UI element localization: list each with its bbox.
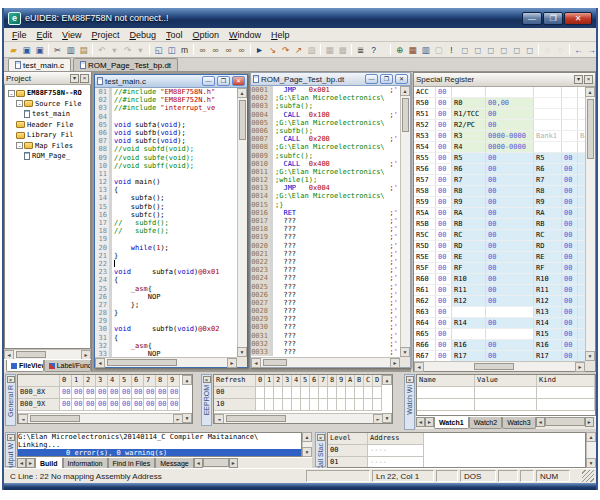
save-all-icon[interactable]: ▣: [34, 43, 46, 56]
document-tab-1[interactable]: test_main.c: [8, 58, 71, 71]
tree-item-test-main[interactable]: test_main: [5, 109, 90, 120]
close-icon[interactable]: ×: [203, 376, 211, 383]
menu-window[interactable]: Window: [224, 30, 266, 40]
forward-icon[interactable]: →: [586, 43, 598, 56]
close-icon[interactable]: ✕: [395, 74, 408, 84]
minimize-icon[interactable]: —: [365, 74, 378, 84]
project-hscrollbar[interactable]: ◄ ►: [4, 349, 91, 359]
call-stack-vscrollbar[interactable]: ▲ ▼: [586, 432, 596, 468]
resize-grip[interactable]: [582, 470, 594, 482]
hscroll-right-icon[interactable]: ►: [585, 417, 594, 427]
menu-tool[interactable]: Tool: [161, 30, 188, 40]
watch-tab-3[interactable]: Watch3: [502, 417, 535, 429]
minimize-button[interactable]: —: [522, 12, 542, 25]
pin-icon[interactable]: ▾: [574, 75, 583, 84]
close-button[interactable]: ✕: [564, 12, 592, 25]
pin-icon[interactable]: ▾: [70, 74, 79, 83]
find-icon[interactable]: ∞: [197, 43, 209, 56]
menu-help[interactable]: Help: [266, 30, 295, 40]
breakpoint-window-icon[interactable]: ◻: [459, 43, 471, 56]
output-window-icon[interactable]: ◫: [166, 43, 178, 56]
special-register-vscrollbar[interactable]: ▲ ▼: [585, 87, 595, 361]
editor-test-main-vscrollbar[interactable]: ▲ ▼: [237, 88, 247, 357]
minimize-icon[interactable]: —: [202, 76, 215, 86]
cut-icon[interactable]: ✂: [52, 43, 64, 56]
general-ram-hscrollbar[interactable]: ◄ ►: [18, 413, 183, 423]
step-over-icon[interactable]: ↷: [280, 43, 292, 56]
watch-tab-1[interactable]: Watch1: [434, 417, 469, 429]
open-file-icon[interactable]: ▰: [8, 43, 20, 56]
project-tab-1[interactable]: FileView: [6, 360, 44, 372]
restore-icon[interactable]: ❐: [217, 76, 230, 86]
watch-window-icon[interactable]: ◻: [472, 43, 484, 56]
memory-window-icon[interactable]: ◻: [498, 43, 510, 56]
output-log[interactable]: G:\Elan Microelectronics\20140114_C Comp…: [17, 432, 302, 457]
mixed-source-icon[interactable]: m: [179, 43, 191, 56]
menu-option[interactable]: Option: [187, 30, 224, 40]
editor-rom-vscrollbar[interactable]: ▲ ▼: [400, 86, 410, 357]
project-tab-2[interactable]: Label/Func...: [44, 360, 91, 372]
register-window-icon[interactable]: ◻: [485, 43, 497, 56]
menu-view[interactable]: View: [57, 30, 86, 40]
tab-scroll-right-icon[interactable]: ►: [425, 417, 434, 427]
code-area-test-main[interactable]: 01//#include "EM88F758N.h"02//#include "…: [95, 88, 237, 357]
close-icon[interactable]: ×: [7, 376, 15, 383]
scroll-up-icon[interactable]: ▲: [382, 375, 392, 385]
restore-icon[interactable]: ❐: [380, 74, 393, 84]
find-next-icon[interactable]: ∞: [210, 43, 222, 56]
tree-item-map-files[interactable]: -Map Files: [5, 141, 90, 152]
tree-item-rom-page-[interactable]: ROM_Page_: [5, 151, 90, 162]
close-icon[interactable]: ✕: [232, 76, 245, 86]
special-register-hscrollbar[interactable]: ◄ ►: [414, 361, 585, 371]
collapse-icon[interactable]: -: [16, 142, 23, 149]
flash-write-icon[interactable]: ▦: [407, 43, 419, 56]
important-icon[interactable]: !: [446, 43, 458, 56]
editor-rom-hscrollbar[interactable]: ◄ ►: [251, 357, 400, 367]
scroll-up-icon[interactable]: ▲: [182, 375, 192, 385]
editor-test-main-hscrollbar[interactable]: ◄ ►: [95, 357, 237, 367]
scroll-down-icon[interactable]: ▼: [382, 413, 392, 423]
paste-icon[interactable]: ▤: [78, 43, 90, 56]
tree-item-header-file[interactable]: Header File: [5, 120, 90, 131]
editor-rom-titlebar[interactable]: ROM_Page_Test_bp.dt — ❐ ✕: [251, 73, 410, 86]
back-icon[interactable]: ←: [573, 43, 585, 56]
scroll-down-icon[interactable]: ▼: [182, 413, 192, 423]
output-vscrollbar[interactable]: ▲ ▼: [302, 432, 312, 457]
tab-scroll-left-icon[interactable]: ◄: [416, 417, 425, 427]
close-icon[interactable]: ×: [317, 434, 325, 441]
menu-debug[interactable]: Debug: [124, 30, 161, 40]
tab-scroll-left-icon[interactable]: ◄: [17, 458, 26, 468]
print-icon[interactable]: ≣: [355, 43, 367, 56]
collapse-icon[interactable]: -: [8, 90, 15, 97]
hscroll-right-icon[interactable]: ►: [229, 458, 238, 468]
connect-icon[interactable]: ⊕: [394, 43, 406, 56]
document-tab-2[interactable]: ROM_Page_Test_bp.dt: [73, 58, 178, 71]
tree-item-source-file[interactable]: -Source File: [5, 99, 90, 110]
cascade-windows-icon[interactable]: ◱: [153, 43, 165, 56]
collapse-icon[interactable]: -: [16, 100, 23, 107]
menu-edit[interactable]: Edit: [32, 30, 58, 40]
find-in-files-icon[interactable]: ∞: [236, 43, 248, 56]
hscroll-left-icon[interactable]: ◄: [536, 417, 545, 427]
eeprom-hscrollbar[interactable]: ◄ ►: [214, 413, 383, 423]
save-icon[interactable]: ▣: [21, 43, 33, 56]
code-area-rom-page[interactable]: 0001 JMP 0x001;'0002;G:\Elan Microelectr…: [251, 86, 400, 357]
editor-test-main-titlebar[interactable]: test_main.c — ❐ ✕: [95, 75, 247, 88]
tree-item-em88f758n-ro[interactable]: -EM88F758N--RO: [5, 88, 90, 99]
close-icon[interactable]: ×: [80, 74, 89, 83]
menu-project[interactable]: Project: [86, 30, 124, 40]
rom-view-icon[interactable]: ▥: [420, 43, 432, 56]
tree-item-library-fil[interactable]: Library Fil: [5, 130, 90, 141]
run-icon[interactable]: ►: [254, 43, 266, 56]
hscroll-left-icon[interactable]: ◄: [194, 458, 203, 468]
special-register-grid[interactable]: ACC00R5000R000,00R5100R1/TCC00R5200R2/PC…: [414, 87, 585, 361]
stack-window-icon[interactable]: ◻: [511, 43, 523, 56]
special-window-icon[interactable]: ◻: [524, 43, 536, 56]
tab-scroll-right-icon[interactable]: ►: [26, 458, 35, 468]
find-prev-icon[interactable]: ∞: [223, 43, 235, 56]
close-icon[interactable]: ×: [406, 376, 414, 383]
copy-icon[interactable]: ▥: [65, 43, 77, 56]
help-icon[interactable]: ?: [368, 43, 380, 56]
close-icon[interactable]: ×: [7, 434, 15, 441]
maximize-button[interactable]: ❐: [543, 12, 563, 25]
